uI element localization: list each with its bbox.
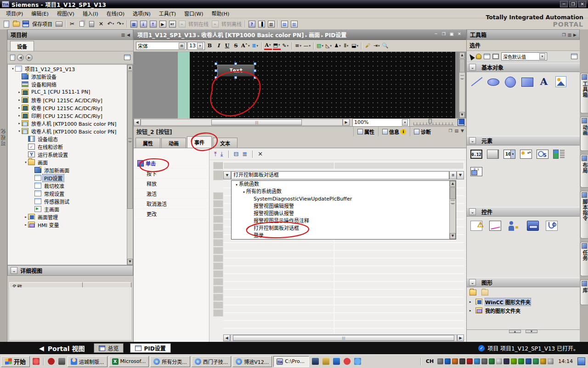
breadcrumb-segment[interactable]: 画面 — [309, 32, 320, 39]
tray-icon-13[interactable] — [533, 358, 539, 364]
save-project-button[interactable]: 保存项目 — [31, 20, 54, 28]
task-card-tab-2[interactable]: 布局 — [580, 154, 588, 188]
align-button[interactable]: ≣▾ — [251, 42, 259, 50]
start-runtime-icon[interactable]: ▶ — [158, 19, 167, 28]
zoom-slider[interactable] — [413, 120, 454, 125]
function-option[interactable]: 登录 — [232, 232, 456, 240]
tree-expander-icon[interactable]: ▾ — [23, 161, 28, 164]
minimize-icon[interactable]: ─ — [560, 1, 568, 7]
inspector-tab-动画[interactable]: 动画 — [161, 138, 186, 148]
tree-item[interactable]: 传感器测试 — [8, 197, 133, 205]
toolbox-layout-icon[interactable]: ▥ — [568, 33, 572, 37]
diagnostics-view-tool-icon[interactable] — [546, 221, 558, 231]
compile-icon[interactable]: ▦ — [129, 19, 138, 28]
tree-item[interactable]: ▾ 收卷人机 [KTP1000 Basic color PN] — [8, 127, 133, 135]
select-cursor-icon[interactable] — [468, 53, 475, 60]
paste-icon[interactable] — [87, 19, 96, 28]
save-project-icon[interactable] — [21, 19, 30, 28]
section-controls[interactable]: ⌄控件 — [467, 207, 580, 217]
button-tool-icon[interactable] — [487, 150, 499, 159]
selection-handle[interactable] — [234, 62, 237, 65]
date-time-tool-icon[interactable] — [537, 150, 548, 159]
function-option[interactable]: 报警视图显示操作员注释 — [232, 217, 456, 225]
tree-item[interactable]: 运行系统设置 — [8, 151, 133, 158]
minimized-icon-5[interactable] — [353, 357, 362, 366]
format-painter-icon[interactable]: 🖌 — [364, 42, 372, 50]
canvas-vertical-scrollbar[interactable]: ▲ ▼ — [459, 52, 465, 118]
function-name-field[interactable]: 打开控制面板对话框 — [231, 171, 449, 179]
print-button[interactable] — [54, 19, 63, 28]
distribute-button[interactable]: ⬓▾ — [351, 42, 359, 50]
fn-scroll-left-icon[interactable]: ◀ — [223, 335, 230, 341]
font-size-select[interactable]: 13 ▾ — [187, 42, 205, 50]
tray-icon-5[interactable] — [474, 358, 480, 364]
scroll-right-icon[interactable]: ▶ — [343, 119, 350, 126]
dropdown-scrollbar[interactable]: ▲ ▼ — [449, 181, 456, 239]
selection-handle[interactable] — [215, 62, 217, 65]
tree-expander-icon[interactable]: ▸ — [469, 300, 474, 304]
panel-mode-icon[interactable] — [571, 54, 577, 59]
event-item[interactable]: 激活 — [134, 189, 209, 199]
tab-pid-settings[interactable]: PID设置 — [130, 343, 170, 353]
menu-item[interactable]: 窗口(W) — [180, 9, 207, 18]
tree-item[interactable]: 在线和诊断 — [8, 143, 133, 151]
function-option[interactable]: SystemDiagnosticViewUpdatePlcBuffer — [232, 195, 456, 203]
go-offline-icon[interactable] — [210, 19, 220, 28]
tree-expander-icon[interactable]: ▸ — [469, 309, 474, 312]
tree-expander-icon[interactable]: ▸ — [17, 90, 22, 94]
font-color-button[interactable]: A▾ — [264, 42, 272, 50]
fn-hscrollbar[interactable]: ||| — [230, 335, 457, 341]
taskbar-window-button[interactable]: e所有分类... — [150, 356, 190, 367]
selection-handle[interactable] — [234, 76, 237, 79]
delete-function-icon[interactable]: ✕ — [258, 151, 263, 157]
inspector-view-tab-1[interactable]: 信息 i — [378, 127, 410, 136]
window-layout-icon[interactable]: ▐ — [257, 19, 266, 28]
start-button[interactable]: 开始 — [1, 356, 30, 367]
tray-icon-9[interactable] — [503, 358, 509, 364]
function-option[interactable]: 报警视图编辑报警 — [232, 203, 456, 210]
selection-handle[interactable] — [254, 76, 256, 79]
tree-item[interactable]: 设备和网络 — [8, 80, 133, 88]
rectangle-tool-icon[interactable] — [521, 76, 532, 87]
menu-item[interactable]: 视图(V) — [53, 9, 79, 18]
tree-item[interactable]: 主画面 — [8, 205, 133, 213]
tab-devices[interactable]: 设备 — [10, 41, 34, 51]
tray-icon-15[interactable] — [548, 358, 554, 364]
taskbar-window-button[interactable]: XMicrosof... — [109, 356, 149, 367]
tray-icon-1[interactable] — [445, 358, 451, 364]
delete-icon[interactable]: ✕ — [96, 19, 106, 28]
editor-minimize-icon[interactable]: ─ — [433, 31, 439, 38]
recipe-view-tool-icon[interactable] — [527, 221, 539, 231]
tree-expander-icon[interactable]: ▸ — [23, 223, 28, 227]
tree-expander-icon[interactable]: ▾ — [17, 129, 22, 133]
align-objects-button[interactable]: ⫴▾ — [342, 42, 350, 50]
tray-icon-6[interactable] — [481, 358, 487, 364]
redo-icon[interactable]: ↷▾ — [116, 19, 125, 28]
inspector-view-tab-2[interactable]: 诊断 — [410, 127, 435, 136]
circle-tool-icon[interactable] — [504, 76, 515, 87]
taskbar-window-button[interactable]: e西门子技... — [192, 356, 232, 367]
tree-expander-icon[interactable]: ▸ — [23, 215, 28, 219]
underline-button[interactable]: U — [223, 42, 231, 50]
tray-icon-7[interactable] — [489, 358, 495, 364]
selection-handle[interactable] — [215, 76, 217, 79]
parameter-list-icon[interactable]: ≣ — [242, 151, 247, 157]
ellipse-tool-icon[interactable] — [487, 76, 498, 87]
menu-item[interactable]: 插入(I) — [79, 9, 102, 18]
breadcrumb-segment[interactable]: PID设置 — [325, 32, 346, 39]
event-item[interactable]: 更改 — [134, 209, 209, 219]
tray-icon-4[interactable] — [467, 358, 473, 364]
filter-icon[interactable] — [124, 55, 130, 60]
event-item[interactable]: 取消激活 — [134, 199, 209, 209]
tree-item[interactable]: 添加新画面 — [8, 166, 133, 174]
tree-item[interactable]: ▸ 画面管理 — [8, 213, 133, 221]
breadcrumb-segment[interactable]: 收卷人机 [KTP1000 Basic color PN] — [201, 32, 304, 39]
hmi-screen-canvas[interactable]: Text — [190, 52, 455, 118]
function-option[interactable]: ▾系统函数 — [232, 181, 456, 188]
hmi-text-button[interactable]: Text — [217, 65, 255, 77]
move-down-icon[interactable]: ⤓ — [220, 151, 223, 158]
stop-runtime-icon[interactable]: RT — [168, 19, 177, 28]
go-offline-button[interactable]: 转到离线 — [220, 20, 243, 28]
tray-icon-12[interactable] — [526, 358, 531, 364]
portal-view-button[interactable]: ◀ Portal 视图 — [0, 344, 94, 353]
